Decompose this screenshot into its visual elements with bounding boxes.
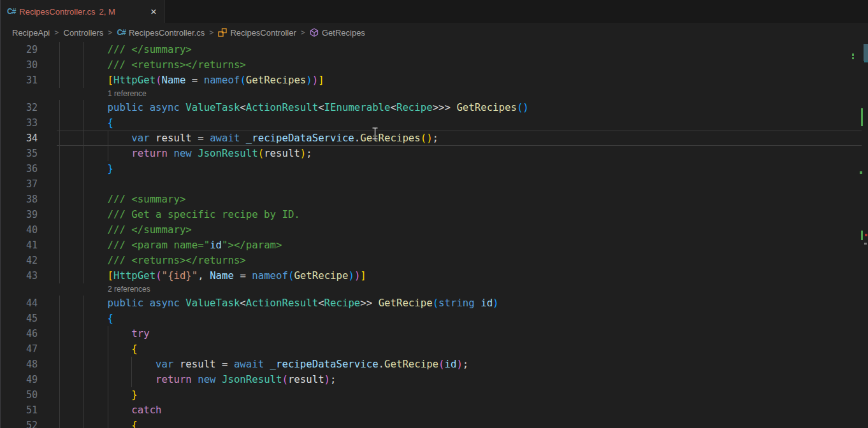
code-editor[interactable]: 29 /// </summary>30 /// <returns></retur… <box>1 42 868 428</box>
chevron-right-icon: > <box>108 28 112 37</box>
tab-recipescontroller[interactable]: C# RecipesController.cs 2, M × <box>1 0 165 23</box>
code-line-41[interactable]: 41 /// <param name="id"></param> <box>1 238 868 253</box>
line-number: 50 <box>1 387 38 403</box>
indent-guide <box>59 253 60 268</box>
breadcrumb-item-getrecipes[interactable]: >GetRecipes <box>296 28 365 38</box>
code-line-35[interactable]: 35 return new JsonResult(result); <box>1 146 868 161</box>
tab-label: RecipesController.cs <box>19 7 95 17</box>
line-number: 38 <box>1 192 38 207</box>
indent-guide <box>59 57 60 73</box>
code-text: var result = await _recipeDataService.Ge… <box>59 357 468 372</box>
code-line-32[interactable]: 32 public async ValueTask<ActionResult<I… <box>1 100 868 115</box>
code-line-37[interactable]: 37 <box>1 176 868 192</box>
modified-mark <box>861 108 863 126</box>
cursor-mark <box>864 61 868 62</box>
code-text: public async ValueTask<ActionResult<IEnu… <box>59 100 529 115</box>
close-icon[interactable]: × <box>149 6 158 17</box>
code-line-39[interactable]: 39 /// Get a specific recipe by ID. <box>1 207 868 222</box>
indent-guide <box>108 341 108 357</box>
code-text: /// </summary> <box>59 42 192 57</box>
indent-guide <box>108 146 108 161</box>
scrollbar-overview-ruler[interactable] <box>851 42 868 428</box>
indent-guide <box>59 403 60 418</box>
indent-guide <box>83 341 84 357</box>
indent-guide <box>59 418 60 428</box>
code-text: { <box>59 115 113 131</box>
line-number: 48 <box>1 357 38 372</box>
code-line-36[interactable]: 36 } <box>1 161 868 176</box>
code-text: try <box>59 326 150 341</box>
symbol-method-icon <box>310 28 319 37</box>
line-number: 31 <box>1 73 38 88</box>
codelens-label[interactable]: 2 references <box>108 283 150 296</box>
indent-guide <box>59 131 60 146</box>
line-number: 49 <box>1 372 38 387</box>
line-number: 46 <box>1 326 38 341</box>
code-line-51[interactable]: 51 catch <box>1 403 868 418</box>
code-line-44[interactable]: 44 public async ValueTask<ActionResult<R… <box>1 296 868 311</box>
code-text: /// </summary> <box>59 222 192 238</box>
indent-guide <box>59 268 60 283</box>
codelens-label[interactable]: 1 reference <box>108 88 147 100</box>
code-line-31[interactable]: 31 [HttpGet(Name = nameof(GetRecipes))] <box>1 73 868 88</box>
line-number: 51 <box>1 403 38 418</box>
indent-guide <box>59 311 60 326</box>
code-text: /// <returns></returns> <box>59 253 246 268</box>
indent-guide <box>83 403 84 418</box>
error-mark <box>865 234 867 236</box>
code-line-45[interactable]: 45 { <box>1 311 868 326</box>
chevron-right-icon: > <box>301 28 305 37</box>
line-number: 47 <box>1 341 38 357</box>
indent-guide <box>83 115 84 131</box>
indent-guide <box>59 326 60 341</box>
breadcrumb-item-recipescontroller-cs[interactable]: >C#RecipesController.cs <box>103 28 205 38</box>
indent-guide <box>83 418 84 428</box>
code-line-30[interactable]: 30 /// <returns></returns> <box>1 57 868 73</box>
code-text: } <box>59 161 113 176</box>
code-line-42[interactable]: 42 /// <returns></returns> <box>1 253 868 268</box>
code-text: { <box>59 418 138 428</box>
breadcrumb-item-recipeapi[interactable]: RecipeApi <box>12 28 50 38</box>
code-line-48[interactable]: 48 var result = await _recipeDataService… <box>1 357 868 372</box>
code-line-52[interactable]: 52 { <box>1 418 868 428</box>
code-line-47[interactable]: 47 { <box>1 341 868 357</box>
code-line-34[interactable]: 34 var result = await _recipeDataService… <box>1 131 868 146</box>
indent-guide <box>83 207 84 222</box>
codelens-references[interactable]: 2 references <box>1 283 868 296</box>
code-text: [HttpGet("{id}", Name = nameof(GetRecipe… <box>59 268 366 283</box>
indent-guide <box>59 341 60 357</box>
indent-guide <box>83 100 84 115</box>
line-number: 39 <box>1 207 38 222</box>
indent-guide <box>83 296 84 311</box>
indent-guide <box>108 387 108 403</box>
code-line-38[interactable]: 38 /// <summary> <box>1 192 868 207</box>
line-number: 30 <box>1 57 38 73</box>
code-line-49[interactable]: 49 return new JsonResult(result); <box>1 372 868 387</box>
indent-guide <box>59 161 60 176</box>
code-line-46[interactable]: 46 try <box>1 326 868 341</box>
breadcrumb-item-controllers[interactable]: >Controllers <box>50 28 103 38</box>
indent-guide <box>83 222 84 238</box>
indent-guide <box>131 357 132 372</box>
code-line-50[interactable]: 50 } <box>1 387 868 403</box>
indent-guide <box>59 387 60 403</box>
indent-guide <box>83 161 84 176</box>
indent-guide <box>59 176 60 192</box>
breadcrumb: RecipeApi>Controllers>C#RecipesControlle… <box>1 23 868 42</box>
code-line-33[interactable]: 33 { <box>1 115 868 131</box>
code-line-40[interactable]: 40 /// </summary> <box>1 222 868 238</box>
indent-guide <box>83 326 84 341</box>
csharp-file-icon: C# <box>117 28 126 37</box>
code-text: { <box>59 341 138 357</box>
scrollbar-thumb[interactable] <box>864 44 868 61</box>
code-line-43[interactable]: 43 [HttpGet("{id}", Name = nameof(GetRec… <box>1 268 868 283</box>
line-number: 35 <box>1 146 38 161</box>
code-text: return new JsonResult(result); <box>59 372 336 387</box>
breadcrumb-item-recipescontroller[interactable]: >RecipesController <box>205 28 296 38</box>
indent-guide <box>59 238 60 253</box>
vscode-window: C# RecipesController.cs 2, M × RecipeApi… <box>0 0 868 428</box>
indent-guide <box>59 42 60 57</box>
code-line-29[interactable]: 29 /// </summary> <box>1 42 868 57</box>
code-text: catch <box>59 403 162 418</box>
codelens-references[interactable]: 1 reference <box>1 88 868 100</box>
